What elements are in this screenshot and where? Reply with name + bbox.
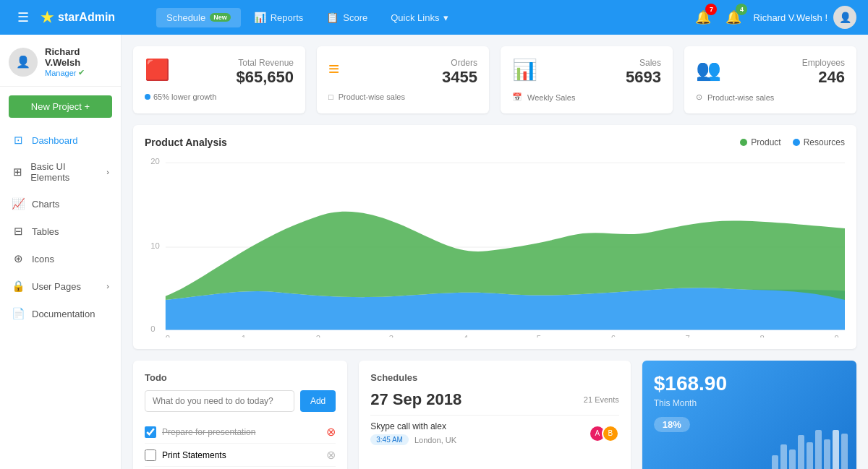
- topnav-right: 🔔 7 🔔 4 Richard V.Welsh ! 👤: [692, 6, 856, 29]
- orders-label: Orders: [442, 58, 477, 68]
- sidebar-item-tables[interactable]: ⊟ Tables: [0, 218, 121, 245]
- mini-bar-9: [841, 434, 848, 469]
- svg-text:10: 10: [150, 241, 160, 250]
- mini-bar-4: [798, 435, 804, 469]
- product-dot: [740, 139, 747, 146]
- todo-checkbox-2[interactable]: [145, 449, 156, 461]
- sidebar-nav: ⊡ Dashboard ⊞ Basic UI Elements › 📈 Char…: [0, 126, 121, 327]
- sidebar-user-role: Manager ✔: [45, 68, 112, 77]
- sidebar-item-documentation[interactable]: 📄 Documentation: [0, 300, 121, 327]
- orders-footer: □ Product-wise sales: [328, 92, 477, 101]
- sidebar-user-details: Richard V.Welsh Manager ✔: [45, 46, 112, 77]
- schedule-location: London, UK: [414, 436, 456, 444]
- svg-text:3: 3: [389, 334, 393, 337]
- todo-input[interactable]: [145, 390, 294, 412]
- mini-bar-8: [833, 430, 839, 469]
- chart-area: 20 10 0 0 1 2 3 4: [145, 157, 845, 337]
- legend-product: Product: [740, 137, 780, 147]
- star-icon: ★: [41, 9, 54, 26]
- user-info[interactable]: Richard V.Welsh ! 👤: [753, 6, 856, 29]
- schedule-item-info: Skype call with alex 3:45 AM London, UK: [370, 421, 456, 445]
- charts-icon: 📈: [12, 197, 25, 210]
- sidebar-item-label: Charts: [32, 199, 59, 210]
- sidebar-item-label: User Pages: [32, 281, 81, 292]
- schedule-label: Schedule: [166, 12, 205, 23]
- svg-text:20: 20: [150, 157, 160, 165]
- alerts-button[interactable]: 🔔 4: [723, 7, 744, 28]
- sidebar-item-user-pages[interactable]: 🔒 User Pages ›: [0, 272, 121, 300]
- dashboard-icon: ⊡: [12, 134, 25, 147]
- sidebar-item-charts[interactable]: 📈 Charts: [0, 190, 121, 218]
- sidebar-item-icons[interactable]: ⊛ Icons: [0, 245, 121, 272]
- schedule-time-badge: 3:45 AM: [370, 434, 409, 445]
- product-area: [166, 212, 845, 300]
- stat-card-revenue: 🟥 Total Revenue $65,650 65% lower growth: [133, 46, 305, 113]
- schedules-title: Schedules: [370, 372, 619, 383]
- sidebar-avatar: 👤: [9, 48, 38, 77]
- revenue-dot: [145, 94, 150, 100]
- employees-value: 246: [802, 68, 845, 87]
- sales-label: Sales: [626, 58, 661, 68]
- stat-card-orders: ≡ Orders 3455 □ Product-wise sales: [317, 46, 489, 113]
- schedule-badge: New: [210, 13, 231, 22]
- sidebar-item-label: Tables: [32, 226, 59, 237]
- brand-name: starAdmin: [58, 11, 115, 24]
- svg-text:4: 4: [464, 334, 468, 337]
- notifications-badge: 7: [705, 4, 717, 15]
- chart-header: Product Analysis Product Resources: [145, 137, 845, 148]
- orders-value: 3455: [442, 68, 477, 87]
- sidebar-item-label: Documentation: [32, 309, 95, 319]
- svg-text:9: 9: [835, 334, 839, 337]
- sales-icon: 📊: [512, 58, 537, 82]
- orders-icon: ≡: [328, 58, 339, 80]
- todo-close-1[interactable]: ⊗: [326, 425, 336, 439]
- grid-icon: ⊞: [12, 165, 23, 178]
- verified-icon: ✔: [78, 68, 85, 77]
- sidebar-item-dashboard[interactable]: ⊡ Dashboard: [0, 126, 121, 154]
- sidebar-item-label: Dashboard: [32, 135, 78, 146]
- todo-item-1: Prepare for presentation ⊗: [145, 421, 336, 444]
- mini-bar-5: [807, 442, 813, 469]
- legend-resources: Resources: [793, 137, 845, 147]
- notifications-button[interactable]: 🔔 7: [692, 7, 714, 28]
- schedule-item-1: Skype call with alex 3:45 AM London, UK …: [370, 415, 619, 451]
- hamburger-button[interactable]: ☰: [12, 7, 35, 28]
- stat-card-sales: 📊 Sales 5693 📅 Weekly Sales: [501, 46, 673, 113]
- employees-footer: ⊙ Product-wise sales: [696, 92, 845, 102]
- chart-title: Product Analysis: [145, 137, 227, 148]
- todo-close-2[interactable]: ⊗: [326, 448, 336, 462]
- svg-text:1: 1: [242, 334, 246, 337]
- schedule-item-title: Skype call with alex: [370, 421, 456, 431]
- score-icon: 📋: [326, 12, 339, 23]
- add-todo-button[interactable]: Add: [300, 390, 336, 412]
- lock-icon: 🔒: [12, 280, 25, 293]
- mini-bar-chart: [772, 430, 848, 469]
- sidebar-user-name: Richard V.Welsh: [45, 46, 112, 68]
- svg-text:6: 6: [611, 334, 616, 337]
- schedule-date: 27 Sep 2018: [370, 390, 461, 409]
- sidebar-user: 👤 Richard V.Welsh Manager ✔: [0, 35, 121, 87]
- mini-bar-7: [824, 439, 830, 469]
- resources-area: [166, 288, 845, 330]
- revenue-card: $168.90 This Month 18%: [642, 361, 856, 469]
- chart-legend: Product Resources: [740, 137, 845, 147]
- svg-text:8: 8: [760, 334, 765, 337]
- stat-card-employees: 👥 Employees 246 ⊙ Product-wise sales: [684, 46, 856, 113]
- todo-checkbox-1[interactable]: [145, 426, 156, 438]
- main-layout: 👤 Richard V.Welsh Manager ✔ New Project …: [0, 35, 868, 469]
- nav-score[interactable]: 📋 Score: [316, 7, 378, 27]
- todo-input-row: Add: [145, 390, 336, 412]
- revenue-label: Total Revenue: [236, 58, 294, 68]
- sidebar-item-basic-ui[interactable]: ⊞ Basic UI Elements ›: [0, 154, 121, 190]
- sidebar-item-label: Icons: [32, 254, 54, 264]
- alerts-badge: 4: [736, 4, 747, 15]
- reports-icon: 📊: [254, 12, 266, 23]
- todo-card: Todo Add Prepare for presentation ⊗ Prin…: [133, 361, 347, 469]
- nav-quicklinks[interactable]: Quick Links ▾: [380, 8, 459, 27]
- nav-schedule[interactable]: Schedule New: [156, 8, 241, 27]
- doc-icon: 📄: [12, 307, 25, 320]
- mini-bar-1: [772, 455, 778, 469]
- new-project-button[interactable]: New Project +: [9, 95, 112, 118]
- todo-title: Todo: [145, 372, 336, 383]
- nav-reports[interactable]: 📊 Reports: [244, 7, 314, 27]
